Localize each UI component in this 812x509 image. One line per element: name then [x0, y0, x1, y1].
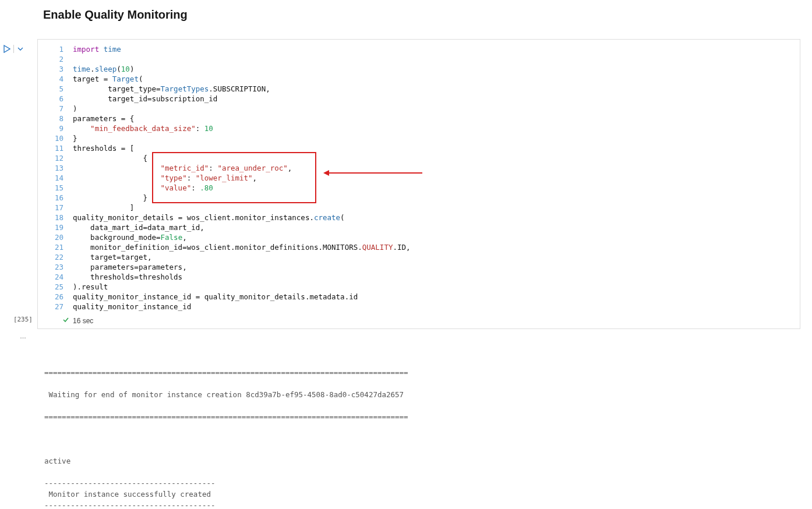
output-truncated[interactable]: …	[0, 333, 812, 340]
section-heading: Enable Quality Monitoring	[43, 8, 812, 22]
svg-marker-0	[4, 45, 10, 52]
execution-count: [235]	[13, 316, 34, 323]
cell-status: 16 sec	[38, 314, 800, 328]
notebook-cell: [235] 1234567891011121314151617181920212…	[0, 39, 812, 329]
cell-gutter: [235]	[0, 39, 37, 329]
run-cell-icon[interactable]	[3, 45, 10, 53]
line-numbers: 1234567891011121314151617181920212223242…	[38, 44, 73, 312]
cell-output: ========================================…	[44, 356, 800, 509]
code-editor[interactable]: 1234567891011121314151617181920212223242…	[38, 40, 800, 314]
check-icon	[62, 316, 69, 325]
divider	[13, 45, 14, 53]
code-cell[interactable]: 1234567891011121314151617181920212223242…	[37, 39, 800, 329]
chevron-down-icon[interactable]	[17, 45, 24, 52]
status-time: 16 sec	[73, 317, 93, 325]
code-content[interactable]: import time time.sleep(10)target = Targe…	[73, 44, 800, 312]
